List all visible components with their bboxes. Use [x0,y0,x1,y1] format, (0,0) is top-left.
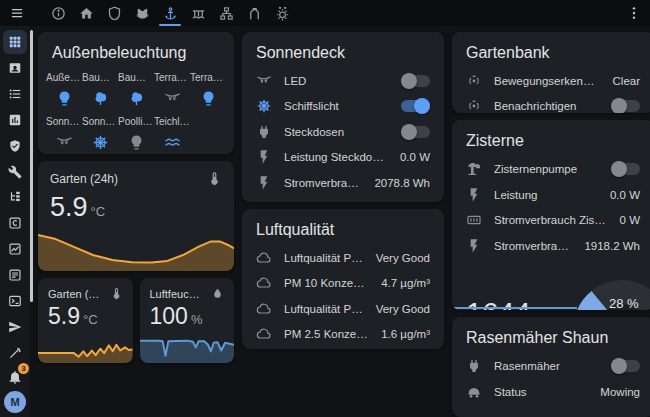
entity-row[interactable]: Stromverbrauch Zisterne Heute 0 W [452,207,650,233]
sensor-title: Garten (24h) [50,172,201,186]
sidebar-item-c-app[interactable] [3,211,27,235]
card-garten-24h[interactable]: Garten (24h) 5.9°C [38,161,234,271]
entity-row[interactable]: Leistung Steckdosen Sonnendeck 0.0 W [242,145,444,171]
sidebar-item-alarm[interactable] [3,134,27,158]
tab-security[interactable] [100,0,128,26]
entity-row[interactable]: PM 10 Konzentration 4.7 µg/m³ [242,271,444,297]
sidebar-item-logbook[interactable] [3,82,27,106]
toggle-schiffslicht[interactable] [401,100,430,112]
sidebar-item-send[interactable] [3,315,27,339]
entity-row[interactable]: Stromverbrauch Steckdosen Sonn… 2078.8 W… [242,170,444,196]
sidebar-item-tools[interactable] [3,160,27,184]
entity-value: Very Good [376,303,430,315]
tab-pier[interactable] [184,0,212,26]
card-zisterne: Zisterne Zisternenpumpe Leistung 0.0 W S… [452,120,650,310]
tree-icon [92,90,109,107]
toggle-steckdosen[interactable] [401,126,430,138]
entity-row[interactable]: Rasenmäher [452,353,650,379]
toggle-rasenmaeher[interactable] [611,360,640,372]
entity-row[interactable]: Benachrichtigen [452,94,650,114]
flash-icon [256,149,272,165]
fill-level-gauge[interactable]: 28 % Zisterne Füllstand [570,272,650,310]
entity-row[interactable]: Leistung 0.0 W [452,182,650,208]
motion-sensor-icon [466,73,482,89]
entity-row[interactable]: Status Mowing [452,379,650,405]
sidebar-item-pipette[interactable] [3,341,27,365]
entity-row[interactable]: Steckdosen [242,119,444,145]
sensor-value: 100% [140,300,235,330]
lightbulb-icon [128,134,145,151]
entity-row[interactable]: Luftqualität PM 2.5 Very Good [242,296,444,322]
toggle-benachrichtigen[interactable] [611,100,640,112]
sensor-title: Luftfeuchtigkeit… [150,288,206,300]
sidebar: 3 M [0,26,30,417]
sidebar-item-person[interactable] [3,56,27,80]
entity-value: 0.0 W [610,189,640,201]
sidebar-item-dashboard[interactable] [3,30,27,54]
info-icon [51,6,66,21]
card-title: Sonnendeck [242,32,444,68]
sidebar-item-filetree[interactable] [3,186,27,210]
light-chip[interactable]: Poollicht [118,116,154,151]
sidebar-item-history[interactable] [3,108,27,132]
notification-badge: 3 [18,363,29,374]
sidebar-item-terminal[interactable] [3,289,27,313]
sensor-value: 5.9°C [38,300,133,330]
tab-directions[interactable] [240,0,268,26]
light-chip[interactable]: Terrass… [190,72,226,107]
entity-row[interactable]: Schiffslicht [242,94,444,120]
tab-cat[interactable] [128,0,156,26]
tab-services[interactable] [268,0,296,26]
thermometer-icon [207,171,222,186]
entity-value: 1.6 µg/m³ [381,328,430,340]
thermometer-icon [110,287,123,300]
card-garten-7d[interactable]: Garten (7d) 5.9°C [38,278,133,363]
text-box-icon [8,268,22,282]
notifications-button[interactable]: 3 [7,367,23,385]
waves-icon [164,134,181,151]
meter-icon [466,212,482,228]
entity-row[interactable]: Bewegungserkennung Clear [452,68,650,94]
menu-icon[interactable] [8,6,26,20]
string-lights-icon [256,73,272,89]
entity-row[interactable]: Zisternenpumpe [452,156,650,182]
entity-row[interactable]: PM 2.5 Konzentration 1.6 µg/m³ [242,322,444,348]
tree-icon [128,90,145,107]
overflow-menu-icon[interactable] [626,5,642,21]
dashboard-main: Außenbeleuchtung Außenb… Baum G… Baum V…… [30,26,650,417]
light-chip[interactable]: Terrass… [154,72,190,107]
card-luftfeuchtigkeit[interactable]: Luftfeuchtigkeit… 100% [140,278,235,363]
tab-info[interactable] [44,0,72,26]
user-avatar[interactable]: M [4,391,26,413]
sidebar-item-graphs[interactable] [3,237,27,261]
send-icon [8,320,22,334]
entity-row[interactable]: LED [242,68,444,94]
ship-wheel-icon [256,98,272,114]
water-drop-icon [211,287,224,300]
string-lights-icon [56,134,73,151]
toggle-zisternenpumpe[interactable] [611,163,640,175]
light-chip[interactable]: Baum G… [82,72,118,107]
cloud-icon [256,301,272,317]
water-pump-icon [466,161,482,177]
anchor-icon [163,6,178,21]
toggle-led[interactable] [401,75,430,87]
light-chip[interactable]: Teichlicht [154,116,190,151]
gauge-value: 28 % [570,296,650,310]
tab-garden-selected[interactable] [156,0,184,26]
entity-value: Mowing [600,386,640,398]
ship-wheel-icon [92,134,109,151]
top-header [0,0,650,26]
light-chip[interactable]: Außenb… [46,72,82,107]
light-chip[interactable]: Baum V… [118,72,154,107]
light-chip[interactable]: Sonnen… [82,116,118,151]
light-chip[interactable]: Sonnen… [46,116,82,151]
entity-row[interactable]: Stromverbrauch Zisterne Gesamt 1918.2 Wh [452,233,650,259]
card-title: Gartenbank [452,32,650,68]
entity-row[interactable]: Luftqualität PM 10 Very Good [242,245,444,271]
card-gartenbank: Gartenbank Bewegungserkennung Clear Bena… [452,32,650,113]
sidebar-item-notes[interactable] [3,263,27,287]
tab-home[interactable] [72,0,100,26]
tab-network[interactable] [212,0,240,26]
scrollbar-thumb[interactable] [30,30,33,302]
